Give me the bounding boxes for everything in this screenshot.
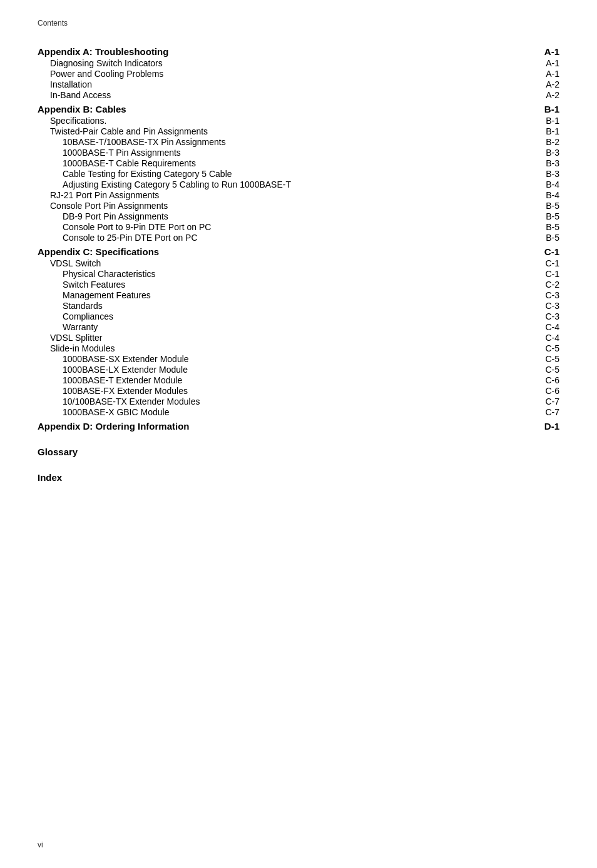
toc-entry-label-2-1: Physical Characteristics (63, 269, 528, 279)
toc-entry-page-1-2: B-2 (528, 137, 559, 147)
toc-entry-page-1-6: B-4 (528, 179, 559, 189)
toc-entry-page-2-5: C-3 (528, 311, 559, 321)
toc-entry-page-2-7: C-4 (528, 333, 559, 343)
toc-entry-2-9: 1000BASE-SX Extender ModuleC-5 (38, 354, 559, 364)
toc-entry-2-12: 100BASE-FX Extender ModulesC-6 (38, 386, 559, 396)
toc-entry-1-1: Twisted-Pair Cable and Pin AssignmentsB-… (38, 126, 559, 136)
toc-entry-0-3: In-Band AccessA-2 (38, 90, 559, 100)
toc-entry-label-1-1: Twisted-Pair Cable and Pin Assignments (50, 126, 528, 136)
toc-section-3: Appendix D: Ordering InformationD-1 (38, 421, 559, 431)
toc-entry-label-2-3: Management Features (63, 290, 528, 300)
toc-entry-2-8: Slide-in ModulesC-5 (38, 343, 559, 353)
toc-section-page-0: A-1 (528, 46, 559, 57)
toc-entry-1-5: Cable Testing for Existing Category 5 Ca… (38, 169, 559, 179)
toc-entry-page-2-0: C-1 (528, 258, 559, 268)
toc-entry-1-4: 1000BASE-T Cable RequirementsB-3 (38, 158, 559, 168)
toc-entry-page-2-12: C-6 (528, 386, 559, 396)
toc-entry-label-2-2: Switch Features (63, 280, 528, 290)
toc-entry-1-9: DB-9 Port Pin AssignmentsB-5 (38, 211, 559, 221)
toc-entry-label-1-6: Adjusting Existing Category 5 Cabling to… (63, 179, 528, 189)
toc-section-2: Appendix C: SpecificationsC-1 (38, 246, 559, 257)
toc-container: Appendix A: TroubleshootingA-1Diagnosing… (38, 46, 559, 483)
toc-entry-page-0-2: A-2 (528, 79, 559, 89)
toc-entry-label-2-6: Warranty (63, 322, 528, 332)
toc-entry-2-6: WarrantyC-4 (38, 322, 559, 332)
toc-entry-label-0-1: Power and Cooling Problems (50, 69, 528, 79)
toc-entry-label-1-0: Specifications. (50, 116, 528, 126)
toc-entry-label-1-7: RJ-21 Port Pin Assignments (50, 190, 528, 200)
toc-section-0: Appendix A: TroubleshootingA-1 (38, 46, 559, 57)
toc-entry-label-0-2: Installation (50, 79, 528, 89)
toc-entry-label-1-11: Console to 25-Pin DTE Port on PC (63, 233, 528, 243)
toc-entry-page-1-11: B-5 (528, 233, 559, 243)
toc-entry-1-0: Specifications.B-1 (38, 116, 559, 126)
toc-section-label-2: Appendix C: Specifications (38, 246, 528, 257)
toc-section-page-2: C-1 (528, 246, 559, 257)
page-footer: vi (38, 840, 43, 849)
toc-section-1: Appendix B: CablesB-1 (38, 104, 559, 114)
footer-text: vi (38, 840, 43, 849)
toc-entry-label-2-4: Standards (63, 301, 528, 311)
toc-entry-label-1-4: 1000BASE-T Cable Requirements (63, 158, 528, 168)
toc-entry-page-2-2: C-2 (528, 280, 559, 290)
toc-entry-label-1-9: DB-9 Port Pin Assignments (63, 211, 528, 221)
toc-entry-label-2-9: 1000BASE-SX Extender Module (63, 354, 528, 364)
toc-entry-page-1-7: B-4 (528, 190, 559, 200)
toc-entry-page-0-0: A-1 (528, 58, 559, 68)
toc-entry-page-1-0: B-1 (528, 116, 559, 126)
toc-entry-0-0: Diagnosing Switch IndicatorsA-1 (38, 58, 559, 68)
toc-entry-page-1-8: B-5 (528, 201, 559, 211)
toc-entry-2-14: 1000BASE-X GBIC ModuleC-7 (38, 407, 559, 417)
toc-entry-2-10: 1000BASE-LX Extender ModuleC-5 (38, 365, 559, 375)
toc-section-page-3: D-1 (528, 421, 559, 431)
toc-entry-2-3: Management FeaturesC-3 (38, 290, 559, 300)
toc-entry-label-0-3: In-Band Access (50, 90, 528, 100)
toc-entry-2-4: StandardsC-3 (38, 301, 559, 311)
toc-entry-page-0-3: A-2 (528, 90, 559, 100)
toc-entry-label-1-10: Console Port to 9-Pin DTE Port on PC (63, 222, 528, 232)
toc-entry-1-10: Console Port to 9-Pin DTE Port on PCB-5 (38, 222, 559, 232)
toc-entry-1-8: Console Port Pin AssignmentsB-5 (38, 201, 559, 211)
toc-entry-label-0-0: Diagnosing Switch Indicators (50, 58, 528, 68)
toc-entry-2-5: CompliancesC-3 (38, 311, 559, 321)
toc-section-label-3: Appendix D: Ordering Information (38, 421, 528, 431)
toc-entry-page-0-1: A-1 (528, 69, 559, 79)
toc-entry-label-2-7: VDSL Splitter (50, 333, 528, 343)
toc-entry-2-7: VDSL SplitterC-4 (38, 333, 559, 343)
toc-entry-1-3: 1000BASE-T Pin AssignmentsB-3 (38, 148, 559, 158)
toc-entry-1-11: Console to 25-Pin DTE Port on PCB-5 (38, 233, 559, 243)
toc-entry-label-1-2: 10BASE-T/100BASE-TX Pin Assignments (63, 137, 528, 147)
toc-entry-page-2-8: C-5 (528, 343, 559, 353)
toc-entry-page-2-14: C-7 (528, 407, 559, 417)
toc-entry-label-2-11: 1000BASE-T Extender Module (63, 375, 528, 385)
toc-entry-0-1: Power and Cooling ProblemsA-1 (38, 69, 559, 79)
standalone-entry-1: Index (38, 472, 559, 483)
standalone-entry-0: Glossary (38, 447, 559, 457)
toc-entry-2-0: VDSL SwitchC-1 (38, 258, 559, 268)
toc-entry-1-6: Adjusting Existing Category 5 Cabling to… (38, 179, 559, 189)
toc-section-page-1: B-1 (528, 104, 559, 114)
toc-entry-page-1-5: B-3 (528, 169, 559, 179)
toc-entry-label-2-8: Slide-in Modules (50, 343, 528, 353)
toc-entry-page-1-1: B-1 (528, 126, 559, 136)
toc-entry-2-13: 10/100BASE-TX Extender ModulesC-7 (38, 396, 559, 406)
toc-entry-page-1-9: B-5 (528, 211, 559, 221)
toc-entry-label-2-14: 1000BASE-X GBIC Module (63, 407, 528, 417)
toc-entry-page-2-10: C-5 (528, 365, 559, 375)
toc-entry-label-1-3: 1000BASE-T Pin Assignments (63, 148, 528, 158)
toc-entry-label-2-0: VDSL Switch (50, 258, 528, 268)
toc-entry-1-7: RJ-21 Port Pin AssignmentsB-4 (38, 190, 559, 200)
toc-entry-1-2: 10BASE-T/100BASE-TX Pin AssignmentsB-2 (38, 137, 559, 147)
toc-entry-page-2-4: C-3 (528, 301, 559, 311)
toc-entry-page-1-10: B-5 (528, 222, 559, 232)
toc-entry-page-2-11: C-6 (528, 375, 559, 385)
toc-entry-label-1-8: Console Port Pin Assignments (50, 201, 528, 211)
toc-entry-page-2-9: C-5 (528, 354, 559, 364)
toc-entry-page-2-1: C-1 (528, 269, 559, 279)
toc-entry-label-1-5: Cable Testing for Existing Category 5 Ca… (63, 169, 528, 179)
toc-entry-page-2-3: C-3 (528, 290, 559, 300)
standalone-label-0: Glossary (38, 447, 528, 457)
toc-entry-page-1-3: B-3 (528, 148, 559, 158)
toc-entry-page-2-13: C-7 (528, 396, 559, 406)
toc-entry-page-1-4: B-3 (528, 158, 559, 168)
